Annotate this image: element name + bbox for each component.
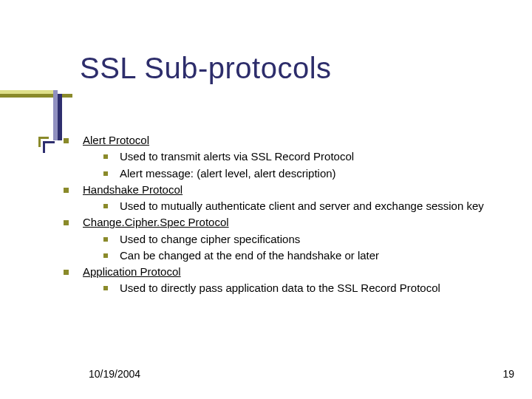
slide-title: SSL Sub-protocols	[80, 52, 332, 85]
list-subitem: Used to mutually authenticate client and…	[103, 199, 507, 214]
list-subitem: Alert message: (alert level, alert descr…	[103, 166, 507, 181]
item-heading: Handshake Protocol	[83, 183, 183, 196]
item-heading: Change.Cipher.Spec Protocol	[83, 216, 229, 228]
list-item: Application Protocol Used to directly pa…	[64, 265, 507, 296]
list-subitem: Used to change cipher specifications	[103, 232, 507, 247]
list-item: Alert Protocol Used to transmit alerts v…	[64, 133, 507, 181]
item-heading: Alert Protocol	[83, 134, 149, 146]
list-item: Change.Cipher.Spec Protocol Used to chan…	[64, 215, 507, 263]
decor-bar-icon	[58, 94, 62, 140]
list-subitem: Can be changed at the end of the handsha…	[103, 248, 507, 263]
footer-date: 10/19/2004	[89, 368, 140, 380]
slide: SSL Sub-protocols Alert Protocol Used to…	[0, 0, 532, 399]
item-heading: Application Protocol	[83, 265, 181, 278]
list-subitem: Used to transmit alerts via SSL Record P…	[103, 149, 507, 164]
list-item: Handshake Protocol Used to mutually auth…	[64, 183, 507, 214]
footer-page-number: 19	[502, 368, 514, 380]
list-subitem: Used to directly pass application data t…	[103, 281, 507, 296]
title-block: SSL Sub-protocols	[0, 52, 532, 118]
slide-body: Alert Protocol Used to transmit alerts v…	[64, 133, 507, 298]
decor-notch-icon	[38, 137, 55, 153]
